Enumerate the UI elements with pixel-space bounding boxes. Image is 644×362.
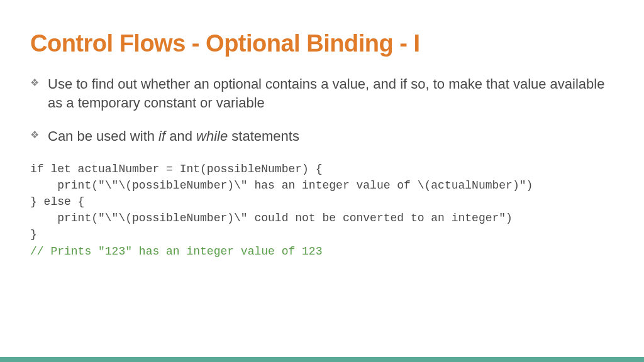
code-line: } <box>30 228 37 241</box>
keyword-if: if <box>158 128 165 144</box>
code-comment: // Prints "123" has an integer value of … <box>30 245 322 258</box>
bullet-text: Use to find out whether an optional cont… <box>48 76 604 111</box>
bullet-text-mid: and <box>165 128 196 144</box>
code-line: if let actualNumber = Int(possibleNumber… <box>30 163 322 175</box>
code-line: print("\"\(possibleNumber)\" could not b… <box>30 212 513 224</box>
keyword-while: while <box>196 128 228 144</box>
code-block: if let actualNumber = Int(possibleNumber… <box>30 161 614 260</box>
bullet-text-post: statements <box>228 128 299 144</box>
bullet-list: Use to find out whether an optional cont… <box>30 75 614 146</box>
code-line: print("\"\(possibleNumber)\" has an inte… <box>30 179 533 192</box>
bullet-item: Use to find out whether an optional cont… <box>30 75 614 112</box>
bullet-item: Can be used with if and while statements <box>30 127 614 146</box>
slide-container: Control Flows - Optional Binding - I Use… <box>0 0 644 260</box>
page-title: Control Flows - Optional Binding - I <box>30 30 614 57</box>
bullet-text-pre: Can be used with <box>48 128 158 144</box>
footer-accent-bar <box>0 357 644 362</box>
code-line: } else { <box>30 195 84 208</box>
